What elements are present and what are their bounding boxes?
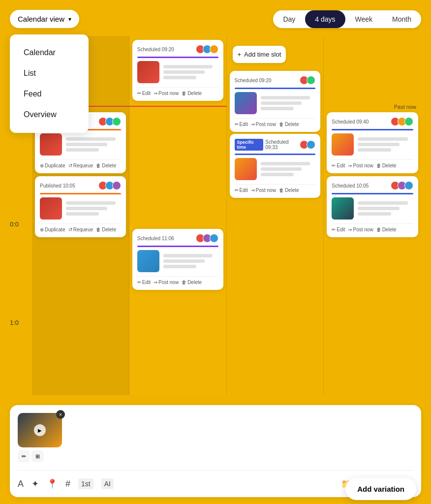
post-status: Scheduled 09:40 [332, 119, 369, 125]
delete-button[interactable]: 🗑 Delete [96, 227, 116, 232]
text-line [261, 107, 294, 110]
hashtag-icon[interactable]: # [65, 479, 70, 489]
text-line [261, 101, 302, 105]
post-thumbnail [235, 92, 257, 114]
editor-thumbnail-wrapper: ▶ × ✏ ⊞ [18, 413, 62, 462]
requeue-button[interactable]: ↺ Requeue [68, 227, 93, 232]
edit-button[interactable]: ✏ Edit [137, 91, 151, 96]
text-line [358, 143, 400, 146]
post-avatars [98, 117, 121, 126]
text-line [358, 148, 391, 152]
duplicate-button[interactable]: ⊕ Duplicate [40, 227, 65, 232]
delete-button[interactable]: 🗑 Delete [376, 163, 397, 168]
avatar [210, 45, 218, 54]
menu-item-feed[interactable]: Feed [10, 84, 89, 104]
first-comment-icon[interactable]: 1st [78, 478, 93, 489]
time-label-11: 1:0 [10, 316, 32, 395]
text-line [358, 207, 400, 210]
edit-icon: ✏ [332, 227, 336, 232]
edit-icon: ✏ [137, 91, 141, 96]
calendar-col-2: + Add time slot Scheduled 09:20 [227, 36, 324, 395]
editor-close-button[interactable]: × [56, 410, 65, 419]
delete-icon: 🗑 [182, 280, 186, 285]
delete-button[interactable]: 🗑 Delete [182, 91, 202, 96]
media-edit-pencil-icon[interactable]: ✏ [18, 450, 30, 462]
text-line [66, 148, 99, 152]
view-month-button[interactable]: Month [382, 10, 421, 28]
text-line [163, 76, 196, 79]
avatar [112, 181, 121, 190]
duplicate-icon: ⊕ [40, 163, 44, 168]
text-line [66, 201, 116, 205]
view-day-button[interactable]: Day [273, 10, 305, 28]
edit-button[interactable]: ✏ Edit [332, 163, 345, 168]
post-now-button[interactable]: ⇒ Post now [251, 122, 276, 127]
add-time-slot-button[interactable]: + Add time slot [233, 46, 286, 63]
text-line [261, 167, 302, 171]
post-status: Scheduled 10:05 [332, 183, 369, 189]
menu-item-calendar[interactable]: Calendar [10, 42, 89, 63]
calendar-view-button[interactable]: Calendar view ▾ [10, 10, 79, 28]
post-now-button[interactable]: ⇒ Post now [154, 91, 179, 96]
time-label-9: 9:0 [10, 120, 32, 218]
text-format-icon[interactable]: A [18, 479, 24, 489]
ai-icon[interactable]: AI [101, 478, 114, 489]
post-now-icon: ⇒ [348, 163, 352, 168]
view-4days-button[interactable]: 4 days [305, 10, 345, 28]
add-variation-button[interactable]: Add variation [345, 478, 416, 500]
delete-icon: 🗑 [376, 227, 381, 232]
edit-button[interactable]: ✏ Edit [235, 188, 248, 193]
duplicate-button[interactable]: ⊕ Duplicate [40, 163, 65, 168]
text-line [358, 137, 407, 141]
text-line [358, 201, 407, 205]
delete-button[interactable]: 🗑 Delete [279, 122, 299, 127]
text-line [66, 137, 116, 141]
edit-button[interactable]: ✏ Edit [332, 227, 345, 232]
edit-icon: ✏ [332, 163, 336, 168]
play-icon: ▶ [38, 428, 42, 433]
delete-button[interactable]: 🗑 Delete [376, 227, 397, 232]
delete-icon: 🗑 [182, 91, 186, 96]
post-card-scheduled-0940: Scheduled 09:40 [327, 112, 418, 173]
text-line [261, 162, 310, 165]
post-now-icon: ⇒ [154, 91, 157, 96]
requeue-icon: ↺ [68, 227, 72, 232]
post-now-icon: ⇒ [348, 227, 352, 232]
location-icon[interactable]: 📍 [47, 478, 58, 489]
post-status: Scheduled 09:33 [265, 139, 298, 150]
text-line [261, 96, 310, 99]
post-avatars [196, 234, 218, 243]
view-toggle: Day 4 days Week Month [273, 10, 421, 28]
card-color-bar [40, 193, 121, 194]
post-card-scheduled-1106: Scheduled 11:06 [132, 229, 223, 290]
post-thumbnail [332, 197, 354, 220]
delete-button[interactable]: 🗑 Delete [182, 280, 202, 285]
text-line [358, 212, 391, 216]
post-now-button[interactable]: ⇒ Post now [251, 188, 276, 193]
delete-button[interactable]: 🗑 Delete [96, 163, 116, 168]
edit-button[interactable]: ✏ Edit [235, 122, 248, 127]
header: Calendar view ▾ Day 4 days Week Month [10, 10, 421, 28]
menu-item-overview[interactable]: Overview [10, 104, 89, 125]
media-edit-grid-icon[interactable]: ⊞ [31, 450, 43, 462]
post-thumbnail [137, 61, 159, 83]
delete-button[interactable]: 🗑 Delete [279, 188, 299, 193]
add-variation-label: Add variation [357, 485, 404, 493]
card-color-bar [137, 57, 218, 58]
requeue-button[interactable]: ↺ Requeue [68, 163, 93, 168]
post-avatars [196, 45, 218, 54]
view-week-button[interactable]: Week [345, 10, 383, 28]
post-now-icon: ⇒ [251, 122, 255, 127]
edit-button[interactable]: ✏ Edit [137, 280, 151, 285]
menu-item-list[interactable]: List [10, 63, 89, 84]
sparkle-icon[interactable]: ✦ [31, 478, 39, 489]
post-now-button[interactable]: ⇒ Post now [154, 280, 179, 285]
post-thumbnail [235, 158, 257, 180]
post-now-button[interactable]: ⇒ Post now [348, 163, 373, 168]
text-line [163, 65, 213, 68]
delete-icon: 🗑 [96, 163, 101, 168]
post-card-scheduled-0920-col1: Scheduled 09:20 [132, 40, 223, 101]
avatar [210, 234, 218, 243]
post-now-button[interactable]: ⇒ Post now [348, 227, 373, 232]
edit-icon: ✏ [137, 280, 141, 285]
